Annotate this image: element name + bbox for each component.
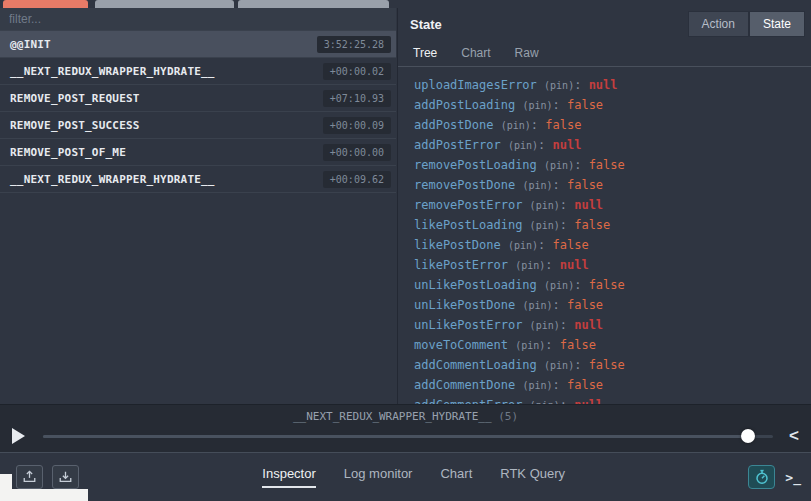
action-list-item[interactable]: REMOVE_POST_OF_ME +00:00.00: [0, 139, 396, 166]
state-tree-row[interactable]: removePostError (pin): null: [414, 195, 811, 215]
action-name: REMOVE_POST_OF_ME: [10, 146, 126, 159]
tree-key: addCommentLoading: [414, 358, 537, 372]
tree-value: false: [567, 98, 603, 112]
slider-handle[interactable]: [741, 429, 755, 443]
state-tree-row[interactable]: moveToComment (pin): false: [414, 335, 811, 355]
toolbar-left-actions: [16, 465, 79, 489]
tree-pin[interactable]: (pin): [522, 100, 552, 111]
state-tree-row[interactable]: addCommentDone (pin): false: [414, 375, 811, 395]
tree-pin[interactable]: (pin): [515, 260, 545, 271]
tree-colon: :: [560, 198, 567, 212]
state-tree-row[interactable]: likePostError (pin): null: [414, 255, 811, 275]
tree-value: false: [589, 158, 625, 172]
step-back-button[interactable]: <: [787, 429, 801, 443]
state-panel: State Action State Tree Chart Raw upload…: [397, 8, 811, 404]
action-list-item[interactable]: REMOVE_POST_REQUEST +07:10.93: [0, 85, 396, 112]
tree-pin[interactable]: (pin): [544, 280, 574, 291]
tree-value: null: [553, 138, 582, 152]
bottom-toolbar: Inspector Log monitor Chart RTK Query >_: [0, 452, 811, 501]
tree-pin[interactable]: (pin): [508, 140, 538, 151]
tree-pin[interactable]: (pin): [544, 360, 574, 371]
state-tree-row[interactable]: unLikePostError (pin): null: [414, 315, 811, 335]
tree-pin[interactable]: (pin): [544, 80, 574, 91]
tab-raw[interactable]: Raw: [515, 46, 539, 60]
player-bar: __NEXT_REDUX_WRAPPER_HYDRATE__ (5) <: [0, 404, 811, 452]
state-tree-row[interactable]: removePostLoading (pin): false: [414, 155, 811, 175]
action-list-item[interactable]: __NEXT_REDUX_WRAPPER_HYDRATE__ +00:09.62: [0, 166, 396, 193]
tree-key: likePostError: [414, 258, 508, 272]
tree-value: false: [589, 278, 625, 292]
player-controls: <: [0, 423, 811, 444]
page-background-corner: [0, 489, 88, 501]
filter-bar: [0, 8, 396, 31]
tree-colon: :: [553, 378, 560, 392]
state-tree-row[interactable]: removePostDone (pin): false: [414, 175, 811, 195]
state-tree-row[interactable]: addPostLoading (pin): false: [414, 95, 811, 115]
state-tree-row[interactable]: unLikePostDone (pin): false: [414, 295, 811, 315]
action-mode-button[interactable]: Action: [688, 11, 749, 37]
tab-chart-monitor[interactable]: Chart: [440, 466, 472, 488]
redux-devtools-window: @@INIT 3:52:25.28 __NEXT_REDUX_WRAPPER_H…: [0, 0, 811, 501]
state-tree-row[interactable]: likePostDone (pin): false: [414, 235, 811, 255]
tree-pin[interactable]: (pin): [508, 240, 538, 251]
timeline-slider[interactable]: [43, 429, 773, 443]
tree-pin[interactable]: (pin): [515, 340, 545, 351]
tree-colon: :: [538, 138, 545, 152]
action-list-item[interactable]: __NEXT_REDUX_WRAPPER_HYDRATE__ +00:00.02: [0, 58, 396, 85]
action-time: 3:52:25.28: [317, 36, 391, 53]
tree-key: removePostError: [414, 198, 522, 212]
tree-key: addPostError: [414, 138, 501, 152]
state-mode-button[interactable]: State: [749, 11, 805, 37]
tree-colon: :: [545, 338, 552, 352]
tree-value: null: [574, 318, 603, 332]
monitor-tabs: Inspector Log monitor Chart RTK Query: [262, 466, 565, 488]
filter-input[interactable]: [9, 12, 387, 26]
tree-key: removePostLoading: [414, 158, 537, 172]
timer-toggle-button[interactable]: [748, 465, 775, 489]
tree-key: addPostLoading: [414, 98, 515, 112]
state-panel-header: State Action State: [398, 8, 811, 40]
tree-colon: :: [574, 158, 581, 172]
tree-pin[interactable]: (pin): [530, 320, 560, 331]
state-tree-row[interactable]: likePostLoading (pin): false: [414, 215, 811, 235]
tree-value: null: [574, 198, 603, 212]
tree-key: removePostDone: [414, 178, 515, 192]
state-tree-row[interactable]: addPostError (pin): null: [414, 135, 811, 155]
state-tree-row[interactable]: unLikePostLoading (pin): false: [414, 275, 811, 295]
dispatcher-toggle-button[interactable]: >_: [785, 470, 801, 485]
tree-colon: :: [545, 258, 552, 272]
tree-pin[interactable]: (pin): [530, 200, 560, 211]
import-button[interactable]: [52, 465, 79, 489]
state-tree-row[interactable]: uploadImagesError (pin): null: [414, 75, 811, 95]
action-list-item[interactable]: @@INIT 3:52:25.28: [0, 31, 396, 58]
export-button[interactable]: [16, 465, 43, 489]
tree-value: null: [589, 78, 618, 92]
tree-colon: :: [560, 218, 567, 232]
tree-colon: :: [553, 98, 560, 112]
state-tree-row[interactable]: addPostDone (pin): false: [414, 115, 811, 135]
tree-colon: :: [574, 78, 581, 92]
state-tree-row[interactable]: addCommentError (pin): null: [414, 395, 811, 404]
tree-key: likePostDone: [414, 238, 501, 252]
tab-log-monitor[interactable]: Log monitor: [344, 466, 413, 488]
tree-pin[interactable]: (pin): [530, 220, 560, 231]
tree-key: likePostLoading: [414, 218, 522, 232]
tab-tree[interactable]: Tree: [413, 46, 437, 60]
tree-key: addCommentDone: [414, 378, 515, 392]
tab-inspector[interactable]: Inspector: [262, 466, 315, 488]
tree-pin[interactable]: (pin): [522, 180, 552, 191]
tree-pin[interactable]: (pin): [544, 160, 574, 171]
tree-pin[interactable]: (pin): [522, 380, 552, 391]
tree-key: moveToComment: [414, 338, 508, 352]
play-button[interactable]: [12, 428, 25, 444]
tree-key: uploadImagesError: [414, 78, 537, 92]
import-icon: [58, 470, 73, 484]
action-list-item[interactable]: REMOVE_POST_SUCCESS +00:00.09: [0, 112, 396, 139]
tab-chart[interactable]: Chart: [461, 46, 490, 60]
action-list: @@INIT 3:52:25.28 __NEXT_REDUX_WRAPPER_H…: [0, 31, 396, 193]
tree-pin[interactable]: (pin): [501, 120, 531, 131]
tree-pin[interactable]: (pin): [522, 300, 552, 311]
tab-rtk-query[interactable]: RTK Query: [500, 466, 565, 488]
state-tree-row[interactable]: addCommentLoading (pin): false: [414, 355, 811, 375]
tree-value: false: [545, 118, 581, 132]
